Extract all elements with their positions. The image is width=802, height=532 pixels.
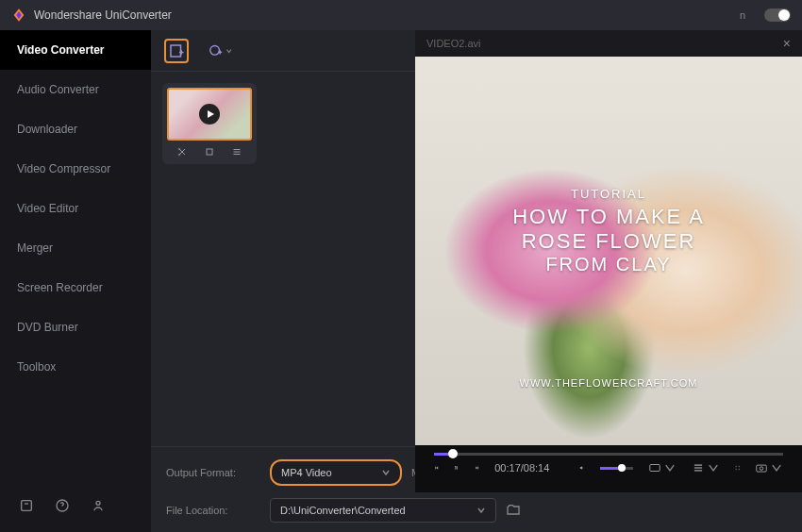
- video-controls: 00:17/08:14: [415, 445, 802, 492]
- svg-rect-12: [207, 149, 212, 155]
- settings-icon[interactable]: [692, 461, 720, 474]
- overlay-url: WWW.THEFLOWERCRAFT.COM: [520, 377, 698, 389]
- chevron-down-icon: [476, 506, 486, 515]
- content-area: ert Output Format: MP4 Video Merge All F…: [151, 30, 802, 532]
- output-format-select[interactable]: MP4 Video: [270, 459, 402, 486]
- sidebar-item-video-compressor[interactable]: Video Compressor: [0, 149, 151, 189]
- titlebar-toggle-label: n: [740, 9, 745, 21]
- folder-icon[interactable]: [506, 503, 521, 518]
- video-thumbnail[interactable]: [167, 88, 252, 141]
- overlay-subtitle: TUTORIAL: [512, 187, 706, 201]
- seek-thumb[interactable]: [448, 449, 458, 458]
- file-location-select[interactable]: D:\UniConverter\Converted: [270, 498, 496, 523]
- video-thumbnail-card[interactable]: [162, 83, 257, 164]
- sidebar-footer: [0, 479, 151, 532]
- help-icon[interactable]: [55, 498, 70, 513]
- sidebar-item-downloader[interactable]: Downloader: [0, 109, 151, 149]
- play-icon[interactable]: [199, 104, 220, 125]
- prev-icon[interactable]: [434, 461, 439, 474]
- svg-point-7: [210, 45, 220, 55]
- volume-bar[interactable]: [600, 467, 633, 470]
- list-icon[interactable]: [231, 146, 242, 158]
- overlay-title-1: HOW TO MAKE A ROSE FLOWER: [512, 205, 706, 254]
- add-dvd-button[interactable]: [208, 39, 232, 63]
- close-icon[interactable]: ×: [783, 36, 791, 51]
- time-display: 00:17/08:14: [494, 462, 549, 474]
- thumbnail-toolbar: [167, 141, 252, 159]
- file-location-value: D:\UniConverter\Converted: [280, 505, 406, 516]
- snapshot-icon[interactable]: [755, 461, 783, 474]
- add-file-button[interactable]: [164, 39, 189, 63]
- svg-rect-17: [458, 466, 459, 469]
- sidebar: Video Converter Audio Converter Download…: [0, 30, 151, 532]
- trim-icon[interactable]: [176, 146, 188, 158]
- volume-icon[interactable]: [579, 461, 584, 474]
- titlebar-toggle[interactable]: [764, 8, 791, 22]
- titlebar: Wondershare UniConverter n: [0, 0, 802, 30]
- svg-rect-0: [22, 501, 32, 511]
- seek-fill: [434, 453, 448, 456]
- volume-fill: [600, 467, 618, 470]
- svg-rect-16: [456, 466, 457, 469]
- video-overlay-text: TUTORIAL HOW TO MAKE A ROSE FLOWER FROM …: [512, 187, 706, 275]
- sidebar-item-screen-recorder[interactable]: Screen Recorder: [0, 268, 151, 308]
- output-format-label: Output Format:: [166, 467, 260, 478]
- volume-thumb[interactable]: [618, 464, 626, 472]
- subtitle-icon[interactable]: [648, 461, 677, 474]
- preview-video[interactable]: TUTORIAL HOW TO MAKE A ROSE FLOWER FROM …: [415, 57, 802, 445]
- output-format-value: MP4 Video: [281, 467, 332, 478]
- sidebar-item-audio-converter[interactable]: Audio Converter: [0, 70, 151, 109]
- sidebar-item-merger[interactable]: Merger: [0, 228, 151, 268]
- crop-icon[interactable]: [204, 146, 215, 158]
- sidebar-item-toolbox[interactable]: Toolbox: [0, 347, 151, 387]
- svg-point-23: [760, 467, 763, 471]
- next-icon[interactable]: [475, 461, 479, 474]
- sidebar-item-dvd-burner[interactable]: DVD Burner: [0, 308, 151, 347]
- svg-rect-18: [649, 465, 660, 472]
- overlay-title-2: FROM CLAY: [512, 254, 706, 275]
- preview-filename: VIDEO2.avi: [426, 38, 480, 49]
- app-logo-icon: [11, 8, 26, 23]
- app-title: Wondershare UniConverter: [34, 8, 172, 22]
- chevron-down-icon: [381, 468, 391, 477]
- fullscreen-icon[interactable]: [735, 461, 740, 474]
- preview-header: VIDEO2.avi ×: [415, 30, 802, 57]
- sidebar-item-video-converter[interactable]: Video Converter: [0, 30, 151, 70]
- video-preview-panel: VIDEO2.avi × TUTORIAL HOW TO MAKE A ROSE…: [415, 30, 802, 492]
- pause-icon[interactable]: [454, 461, 459, 474]
- guide-icon[interactable]: [19, 498, 34, 513]
- svg-rect-22: [757, 465, 767, 472]
- sidebar-item-video-editor[interactable]: Video Editor: [0, 189, 151, 228]
- svg-rect-4: [171, 45, 181, 57]
- seek-bar[interactable]: [434, 453, 783, 456]
- svg-point-3: [96, 501, 100, 505]
- file-location-label: File Location:: [166, 505, 260, 516]
- account-icon[interactable]: [91, 498, 106, 513]
